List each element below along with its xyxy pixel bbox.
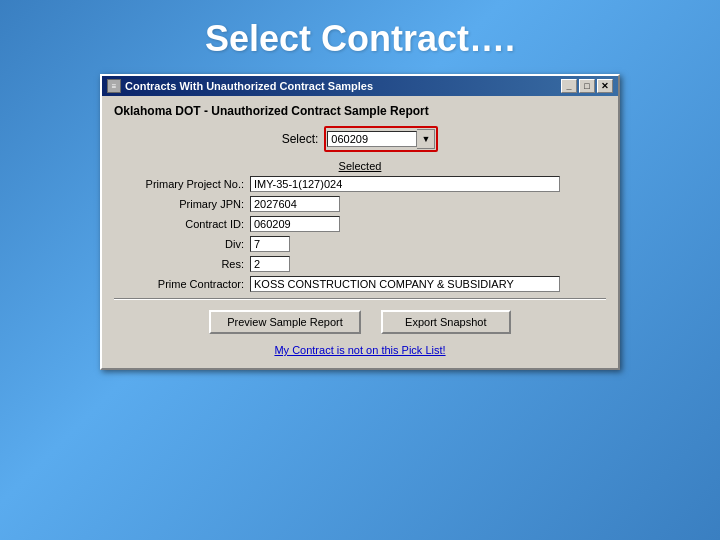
export-button[interactable]: Export Snapshot xyxy=(381,310,511,334)
page-title: Select Contract…. xyxy=(205,18,515,60)
contract-id-field[interactable] xyxy=(250,216,340,232)
div-label: Div: xyxy=(114,238,244,250)
primary-project-row: Primary Project No.: xyxy=(114,176,606,192)
selected-header: Selected xyxy=(114,160,606,172)
select-highlight: ▼ xyxy=(324,126,438,152)
res-row: Res: xyxy=(114,256,606,272)
select-label: Select: xyxy=(282,132,319,146)
res-field[interactable] xyxy=(250,256,290,272)
div-field[interactable] xyxy=(250,236,290,252)
report-title: Oklahoma DOT - Unauthorized Contract Sam… xyxy=(114,104,606,118)
contract-id-label: Contract ID: xyxy=(114,218,244,230)
dropdown-button[interactable]: ▼ xyxy=(417,129,435,149)
selected-section: Selected Primary Project No.: Primary JP… xyxy=(114,160,606,292)
primary-jpn-label: Primary JPN: xyxy=(114,198,244,210)
window-title: Contracts With Unauthorized Contract Sam… xyxy=(125,80,373,92)
prime-contractor-label: Prime Contractor: xyxy=(114,278,244,290)
res-label: Res: xyxy=(114,258,244,270)
window-icon: ≡ xyxy=(107,79,121,93)
primary-jpn-row: Primary JPN: xyxy=(114,196,606,212)
primary-project-label: Primary Project No.: xyxy=(114,178,244,190)
select-row: Select: ▼ xyxy=(114,126,606,152)
divider xyxy=(114,298,606,300)
title-bar-left: ≡ Contracts With Unauthorized Contract S… xyxy=(107,79,373,93)
close-button[interactable]: ✕ xyxy=(597,79,613,93)
select-input[interactable] xyxy=(327,131,417,147)
pick-list-link[interactable]: My Contract is not on this Pick List! xyxy=(269,342,450,358)
buttons-row: Preview Sample Report Export Snapshot xyxy=(114,310,606,334)
minimize-button[interactable]: _ xyxy=(561,79,577,93)
prime-contractor-field[interactable] xyxy=(250,276,560,292)
dialog-window: ≡ Contracts With Unauthorized Contract S… xyxy=(100,74,620,370)
title-bar[interactable]: ≡ Contracts With Unauthorized Contract S… xyxy=(102,76,618,96)
maximize-button[interactable]: □ xyxy=(579,79,595,93)
prime-contractor-row: Prime Contractor: xyxy=(114,276,606,292)
primary-jpn-field[interactable] xyxy=(250,196,340,212)
contract-id-row: Contract ID: xyxy=(114,216,606,232)
title-bar-buttons: _ □ ✕ xyxy=(561,79,613,93)
footer-row: My Contract is not on this Pick List! xyxy=(114,342,606,358)
div-row: Div: xyxy=(114,236,606,252)
window-body: Oklahoma DOT - Unauthorized Contract Sam… xyxy=(102,96,618,368)
preview-button[interactable]: Preview Sample Report xyxy=(209,310,361,334)
primary-project-field[interactable] xyxy=(250,176,560,192)
